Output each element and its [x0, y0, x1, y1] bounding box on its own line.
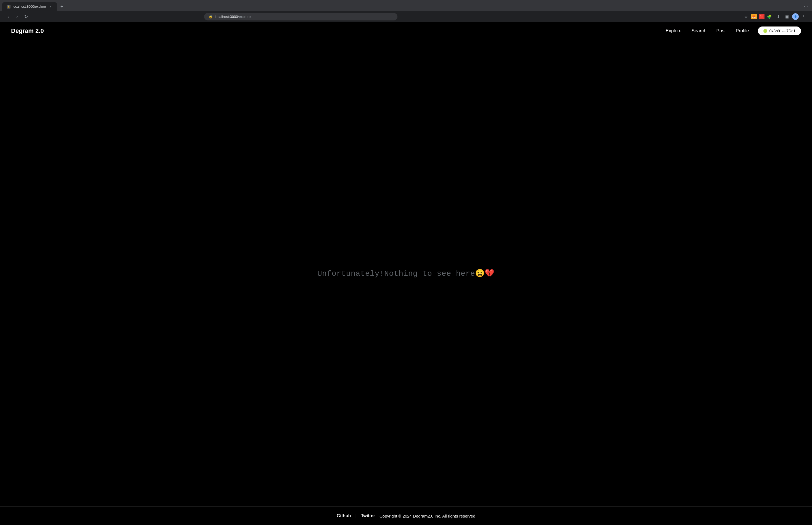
footer-divider: | — [355, 513, 357, 519]
extension-icon-1[interactable]: 🦊 — [751, 14, 757, 19]
nav-links: Explore Search Post Profile — [666, 28, 749, 34]
main-content: Unfortunately!Nothing to see here😩💔 — [0, 40, 812, 507]
back-button[interactable]: ‹ — [4, 13, 12, 20]
url-host: localhost:3000 — [215, 15, 238, 19]
toolbar-right: ☆ 🦊 🔴 🧩 ⬇ ▣ 👤 ⋮ — [742, 13, 808, 20]
nav-post[interactable]: Post — [717, 28, 726, 34]
security-icon: 🔒 — [208, 15, 213, 18]
tab-bar: 🔒 localhost:3000/explore × + ⋯ — [0, 0, 812, 11]
nav-explore[interactable]: Explore — [666, 28, 682, 34]
browser-chrome: 🔒 localhost:3000/explore × + ⋯ ‹ › ↻ 🔒 l… — [0, 0, 812, 22]
download-button[interactable]: ⬇ — [774, 13, 782, 20]
wallet-button[interactable]: 0x3b91····7Dc1 — [758, 27, 801, 35]
footer-copyright: Copyright © 2024 Degram2.0 Inc. All righ… — [380, 514, 475, 519]
active-tab[interactable]: 🔒 localhost:3000/explore × — [2, 2, 57, 11]
sidebar-button[interactable]: ▣ — [783, 13, 791, 20]
app-logo[interactable]: Degram 2.0 — [11, 27, 44, 34]
tab-title: localhost:3000/explore — [13, 5, 46, 9]
footer: Github | Twitter Copyright © 2024 Degram… — [0, 507, 812, 525]
menu-button[interactable]: ⋮ — [800, 13, 808, 20]
reload-button[interactable]: ↻ — [22, 13, 30, 20]
extensions-button[interactable]: 🧩 — [766, 13, 773, 20]
url-bar[interactable]: 🔒 localhost:3000/explore — [204, 13, 397, 20]
address-bar: ‹ › ↻ 🔒 localhost:3000/explore ☆ 🦊 🔴 🧩 ⬇… — [0, 11, 812, 22]
nav-search[interactable]: Search — [692, 28, 707, 34]
navbar: Degram 2.0 Explore Search Post Profile 0… — [0, 22, 812, 40]
footer-twitter-link[interactable]: Twitter — [361, 513, 375, 519]
wallet-address: 0x3b91····7Dc1 — [769, 29, 795, 33]
url-text: localhost:3000/explore — [215, 15, 251, 19]
nav-buttons: ‹ › ↻ — [4, 13, 30, 20]
new-tab-button[interactable]: + — [58, 3, 66, 11]
empty-state-message: Unfortunately!Nothing to see here😩💔 — [318, 269, 494, 278]
forward-button[interactable]: › — [13, 13, 21, 20]
nav-profile[interactable]: Profile — [736, 28, 749, 34]
url-path: /explore — [238, 15, 251, 19]
footer-github-link[interactable]: Github — [337, 513, 351, 519]
extension-icon-2[interactable]: 🔴 — [759, 14, 765, 19]
browser-profile-icon[interactable]: 👤 — [792, 13, 799, 20]
wallet-status-indicator — [763, 29, 767, 33]
star-button[interactable]: ☆ — [742, 13, 750, 20]
app-wrapper: Degram 2.0 Explore Search Post Profile 0… — [0, 22, 812, 525]
tab-close-button[interactable]: × — [48, 4, 53, 9]
tab-favicon: 🔒 — [6, 5, 11, 9]
browser-minimize-button[interactable]: ⋯ — [802, 3, 810, 11]
